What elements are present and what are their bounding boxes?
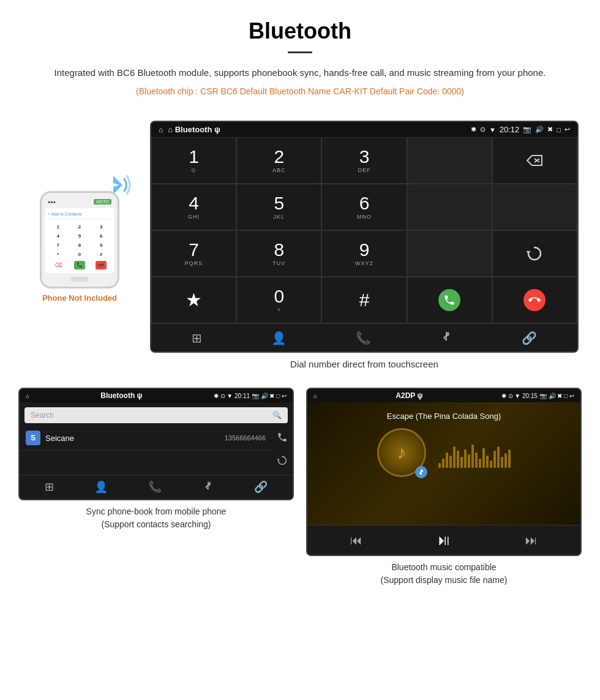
pb-nav-grid[interactable]: ⊞ <box>45 480 54 494</box>
music-title: A2DP ψ <box>396 391 422 400</box>
dial-empty-1 <box>407 184 492 230</box>
dial-key-6[interactable]: 6MNO <box>321 184 407 230</box>
dial-key-5[interactable]: 5JKL <box>236 184 321 230</box>
bluetooth-icon: ✱ <box>471 126 476 134</box>
call-icon <box>438 289 460 311</box>
dial-call-button[interactable] <box>407 277 492 323</box>
visualizer-bar <box>482 448 485 468</box>
visualizer-bar <box>475 453 478 468</box>
visualizer-bar <box>457 451 459 468</box>
phone-btn-end[interactable]: 📵 <box>96 261 107 269</box>
visualizer-bar <box>446 453 448 468</box>
search-placeholder: Search <box>31 411 54 420</box>
nav-phone-icon[interactable]: 📞 <box>356 331 371 345</box>
nav-grid-icon[interactable]: ⊞ <box>192 331 202 345</box>
album-art: ♪ <box>377 428 426 477</box>
phone-key-hash[interactable]: # <box>91 250 111 258</box>
title-divider <box>288 51 312 53</box>
search-bar[interactable]: Search 🔍 <box>24 407 288 423</box>
contact-name: Seicane <box>45 434 220 443</box>
close-icon[interactable]: ✖ <box>547 126 553 134</box>
phonebook-right-icons <box>272 426 293 475</box>
pb-nav-contacts[interactable]: 👤 <box>94 480 108 494</box>
dial-screen-container: ⌂ ⌂ Bluetooth ψ ✱ ⊙ ▼ 20:12 📷 🔊 ✖ □ ↩ <box>150 121 579 369</box>
contact-row[interactable]: S Seicane 13566664466 <box>20 426 272 451</box>
dial-key-8[interactable]: 8TUV <box>236 230 321 277</box>
phone-key-5[interactable]: 5 <box>69 232 89 240</box>
dial-key-1[interactable]: 1⊙ <box>151 137 236 184</box>
bottom-section: ⌂ Bluetooth ψ ✱ ⊙ ▼ 20:11 📷 🔊 ✖ □ ↩ Sear… <box>0 375 600 599</box>
phone-key-1[interactable]: 1 <box>48 223 68 231</box>
music-controls: ⏮ ⏯ ⏭ <box>307 525 580 555</box>
phone-home-button[interactable] <box>70 277 89 282</box>
visualizer-bar <box>471 445 474 468</box>
music-screen: ⌂ A2DP ψ ✱ ⊙ ▼ 20:15 📷 🔊 ✖ □ ↩ Escape (T… <box>306 388 582 556</box>
dial-key-3[interactable]: 3DEF <box>321 137 407 184</box>
home-icon[interactable]: ⌂ <box>159 126 163 134</box>
pb-call-icon[interactable] <box>277 432 288 445</box>
visualizer-bar <box>493 451 496 468</box>
visualizer-bar <box>468 454 470 468</box>
dial-bottom-nav: ⊞ 👤 📞 🔗 <box>151 323 577 352</box>
dial-key-9[interactable]: 9WXYZ <box>321 230 407 277</box>
volume-icon[interactable]: 🔊 <box>535 126 544 134</box>
prev-track-button[interactable]: ⏮ <box>350 533 362 548</box>
dial-end-button[interactable] <box>492 277 577 323</box>
nav-contacts-icon[interactable]: 👤 <box>271 331 287 345</box>
statusbar-time: 20:12 <box>500 125 520 134</box>
phone-key-3[interactable]: 3 <box>91 223 111 231</box>
pb-nav-phone[interactable]: 📞 <box>148 480 162 494</box>
dial-empty-3 <box>407 230 492 277</box>
pb-title: Bluetooth ψ <box>100 391 142 400</box>
dial-refresh-button[interactable] <box>492 230 577 277</box>
contact-number: 13566664466 <box>225 434 266 442</box>
phonebook-content: S Seicane 13566664466 <box>20 426 293 475</box>
visualizer-bar <box>460 457 463 468</box>
back-icon[interactable]: ↩ <box>564 126 570 134</box>
phone-bottom-row: ⌫ 📞 📵 <box>48 261 111 269</box>
music-status-icons: ✱ ⊙ ▼ 20:15 📷 🔊 ✖ □ ↩ <box>501 393 574 399</box>
phone-key-8[interactable]: 8 <box>69 241 89 249</box>
music-visualizer <box>438 443 511 468</box>
page-title: Bluetooth <box>37 18 563 44</box>
dial-backspace-button[interactable] <box>492 137 577 184</box>
description-text: Integrated with BC6 Bluetooth module, su… <box>37 66 563 80</box>
visualizer-bar <box>464 450 467 468</box>
search-icon: 🔍 <box>272 411 282 420</box>
visualizer-bar <box>453 446 456 468</box>
phone-key-6[interactable]: 6 <box>91 232 111 240</box>
pb-nav-bluetooth[interactable] <box>203 480 214 494</box>
camera-icon[interactable]: 📷 <box>523 126 531 134</box>
phonebook-caption-line1: Sync phone-book from mobile phone <box>86 506 227 516</box>
phone-key-9[interactable]: 9 <box>91 241 111 249</box>
phone-btn-backspace[interactable]: ⌫ <box>53 261 64 269</box>
play-pause-button[interactable]: ⏯ <box>437 532 451 549</box>
music-home-icon[interactable]: ⌂ <box>313 393 317 399</box>
dial-key-2[interactable]: 2ABC <box>236 137 321 184</box>
phone-key-2[interactable]: 2 <box>69 223 89 231</box>
dial-key-7[interactable]: 7PQRS <box>151 230 236 277</box>
next-track-button[interactable]: ⏭ <box>525 533 538 548</box>
pb-home-icon[interactable]: ⌂ <box>26 393 29 399</box>
pb-nav-link[interactable]: 🔗 <box>254 480 268 494</box>
window-icon[interactable]: □ <box>557 126 561 134</box>
phone-key-star[interactable]: * <box>48 250 68 258</box>
music-caption: Bluetooth music compatible (Support disp… <box>381 561 508 587</box>
nav-bluetooth-icon[interactable] <box>440 330 452 345</box>
dial-display-area <box>407 137 492 184</box>
dial-android-screen: ⌂ ⌂ Bluetooth ψ ✱ ⊙ ▼ 20:12 📷 🔊 ✖ □ ↩ <box>150 121 579 353</box>
dial-key-hash[interactable]: # <box>321 277 407 323</box>
phone-btn-call[interactable]: 📞 <box>74 261 85 269</box>
phone-key-0[interactable]: 0 <box>69 250 89 258</box>
end-call-icon <box>523 289 546 311</box>
dial-key-0[interactable]: 0+ <box>236 277 321 323</box>
phone-key-4[interactable]: 4 <box>48 232 68 240</box>
pb-refresh-icon[interactable] <box>277 455 288 469</box>
music-statusbar: ⌂ A2DP ψ ✱ ⊙ ▼ 20:15 📷 🔊 ✖ □ ↩ <box>307 389 580 402</box>
nav-link-icon[interactable]: 🔗 <box>522 331 537 345</box>
dial-key-4[interactable]: 4GHI <box>151 184 236 230</box>
visualizer-bar <box>490 461 492 468</box>
dial-key-star[interactable]: ★ <box>151 277 236 323</box>
phone-key-7[interactable]: 7 <box>48 241 68 249</box>
middle-section: ●●● MOTO + Add to Contacts 1 2 3 4 5 6 7… <box>0 121 600 375</box>
